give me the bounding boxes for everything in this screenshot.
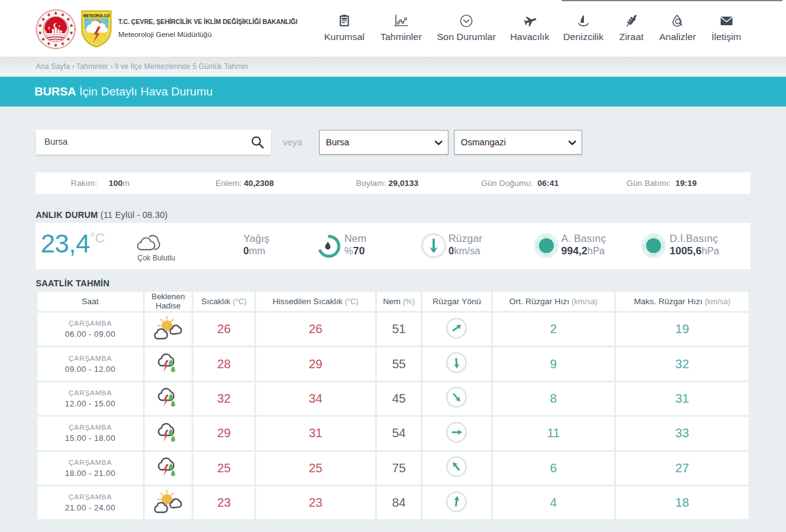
svg-text:METEOROLOJİ: METEOROLOJİ (83, 13, 110, 18)
